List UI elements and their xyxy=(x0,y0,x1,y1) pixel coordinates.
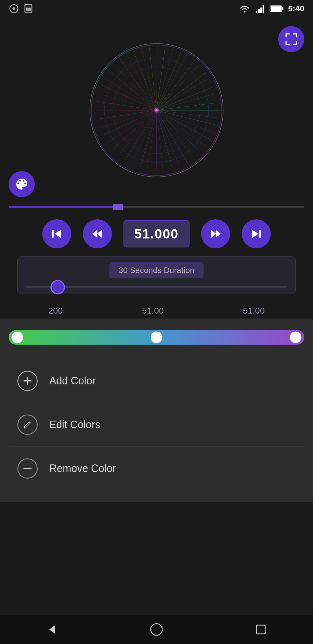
pencil-icon xyxy=(22,419,33,430)
battery-icon xyxy=(270,3,284,14)
svg-rect-10 xyxy=(282,7,283,10)
time-value: 51.000 xyxy=(134,226,179,241)
svg-point-1 xyxy=(12,7,15,10)
svg-rect-7 xyxy=(260,8,262,13)
remove-color-item[interactable]: Remove Color xyxy=(9,446,304,490)
svg-line-55 xyxy=(141,48,156,110)
duration-label: 30 Seconds Duration xyxy=(110,263,203,278)
back-arrow-icon xyxy=(45,622,59,637)
svg-line-24 xyxy=(113,110,156,149)
svg-marker-71 xyxy=(216,230,221,238)
svg-line-51 xyxy=(99,94,156,110)
svg-marker-70 xyxy=(211,230,216,238)
duration-track[interactable] xyxy=(26,286,287,288)
remove-color-icon-circle xyxy=(17,458,38,479)
svg-rect-6 xyxy=(258,9,260,13)
svg-rect-5 xyxy=(256,11,257,13)
svg-line-47 xyxy=(118,110,156,155)
add-color-icon-circle xyxy=(17,371,38,391)
svg-line-22 xyxy=(141,110,156,167)
svg-line-58 xyxy=(156,55,187,110)
svg-rect-11 xyxy=(271,6,281,11)
svg-line-44 xyxy=(156,110,163,169)
svg-line-46 xyxy=(132,110,156,164)
svg-line-39 xyxy=(156,110,222,118)
nav-recent-button[interactable] xyxy=(251,619,271,640)
progress-track[interactable] xyxy=(9,206,304,208)
palette-button[interactable] xyxy=(9,171,35,197)
navigation-bar xyxy=(0,615,313,644)
progress-area[interactable] xyxy=(0,203,313,211)
sim-icon xyxy=(23,3,34,14)
svg-rect-8 xyxy=(263,5,264,13)
svg-rect-72 xyxy=(259,230,261,238)
gradient-handle-left[interactable] xyxy=(12,332,23,343)
svg-line-59 xyxy=(156,65,199,110)
svg-point-64 xyxy=(155,109,158,111)
fullscreen-icon xyxy=(285,33,298,46)
nav-home-button[interactable] xyxy=(146,619,167,640)
svg-line-52 xyxy=(105,78,156,110)
svg-line-23 xyxy=(125,110,156,160)
skip-end-icon xyxy=(250,227,263,240)
remove-color-label: Remove Color xyxy=(49,462,116,475)
plus-icon xyxy=(22,376,33,386)
edit-colors-item[interactable]: Edit Colors xyxy=(9,403,304,446)
gradient-handle-right[interactable] xyxy=(290,332,301,343)
svg-line-49 xyxy=(100,110,156,128)
svg-rect-66 xyxy=(52,230,54,238)
signal-circle-icon xyxy=(9,3,19,14)
rewind-icon xyxy=(91,227,104,240)
skip-start-icon xyxy=(50,227,63,240)
svg-marker-68 xyxy=(92,230,97,238)
signal-bars-icon xyxy=(255,3,265,14)
svg-line-30 xyxy=(120,59,156,110)
transport-controls: 51.000 xyxy=(0,211,313,256)
skip-to-start-button[interactable] xyxy=(42,219,71,248)
svg-line-20 xyxy=(156,110,172,168)
edit-colors-icon-circle xyxy=(17,415,38,435)
svg-rect-80 xyxy=(256,625,265,634)
svg-line-17 xyxy=(156,110,213,141)
gradient-handle-center[interactable] xyxy=(151,332,162,343)
add-color-item[interactable]: Add Color xyxy=(9,359,304,403)
status-time: 5:40 xyxy=(288,4,304,13)
svg-marker-69 xyxy=(97,230,102,238)
svg-line-16 xyxy=(156,110,221,126)
svg-point-79 xyxy=(151,624,162,635)
svg-line-40 xyxy=(156,110,217,134)
duration-thumb[interactable] xyxy=(50,280,65,294)
recent-apps-icon xyxy=(254,622,268,637)
svg-marker-73 xyxy=(252,230,259,238)
color-menu: Add Color Edit Colors Remove Color xyxy=(9,359,304,490)
slider-labels: 200 51.00 51.00 xyxy=(0,300,313,319)
svg-line-45 xyxy=(147,110,156,168)
svg-line-26 xyxy=(99,110,156,119)
wifi-icon xyxy=(238,3,251,14)
visualization-area xyxy=(0,17,313,203)
svg-line-19 xyxy=(156,110,188,163)
duration-panel: 30 Seconds Duration xyxy=(17,256,296,294)
nav-back-button[interactable] xyxy=(42,619,62,640)
time-display: 51.000 xyxy=(123,220,190,247)
svg-line-42 xyxy=(156,110,194,158)
svg-marker-67 xyxy=(54,230,61,238)
fullscreen-button[interactable] xyxy=(278,26,304,52)
svg-line-48 xyxy=(107,110,156,143)
color-gradient-bar[interactable] xyxy=(9,330,304,345)
svg-line-34 xyxy=(156,52,181,110)
progress-fill xyxy=(9,206,121,208)
slider-label-right: 51.00 xyxy=(243,306,265,316)
fast-forward-icon xyxy=(209,227,222,240)
home-circle-icon xyxy=(149,622,164,637)
fast-forward-button[interactable] xyxy=(201,219,230,248)
progress-thumb[interactable] xyxy=(113,204,123,210)
svg-line-28 xyxy=(101,85,156,110)
rewind-button[interactable] xyxy=(83,219,112,248)
svg-line-54 xyxy=(127,55,156,110)
add-color-label: Add Color xyxy=(49,375,96,387)
svg-line-60 xyxy=(156,78,208,110)
color-panel: Add Color Edit Colors Remove Color xyxy=(0,319,313,502)
skip-to-end-button[interactable] xyxy=(242,219,271,248)
slider-label-center: 51.00 xyxy=(142,306,164,316)
